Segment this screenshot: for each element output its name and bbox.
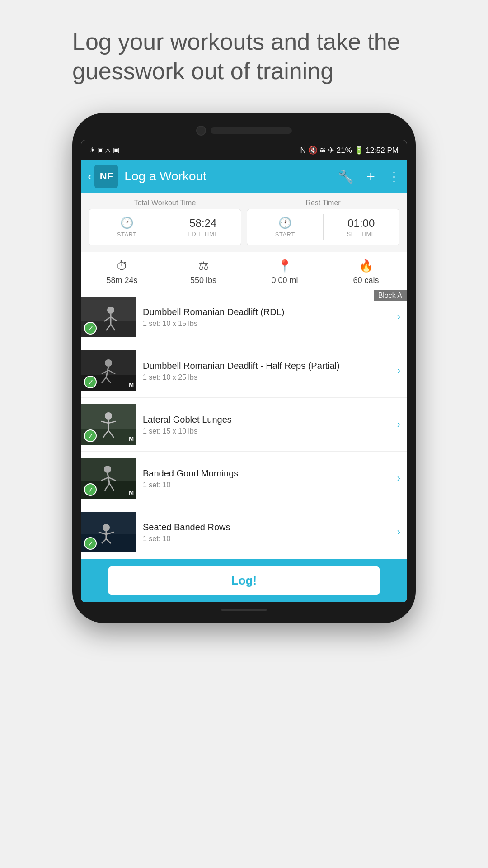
- exercise-name-0: Dumbbell Romanian Deadlift (RDL): [143, 306, 393, 318]
- stat-time: ⏱ 58m 24s: [81, 259, 163, 285]
- exercise-check-3: ✓: [84, 483, 97, 496]
- exercise-sets-3: 1 set: 10: [143, 481, 393, 489]
- rest-timer: Rest Timer 🕐 START 01:00 SET TIME: [247, 199, 399, 245]
- exercise-thumb-4: ✓: [81, 512, 136, 552]
- exercise-thumb-1: ✓ M: [81, 350, 136, 391]
- exercise-item[interactable]: ✓ Dumbbell Romanian Deadlift (RDL) 1 set…: [81, 290, 407, 344]
- exercise-arrow-3[interactable]: ›: [397, 472, 400, 484]
- exercise-check-2: ✓: [84, 429, 97, 442]
- stat-distance-value: 0.00 mi: [271, 276, 298, 285]
- svg-point-18: [105, 412, 112, 420]
- exercise-item[interactable]: ✓ M Lateral Goblet Lunges 1 set: 15 x 10…: [81, 398, 407, 452]
- stopwatch-icon: ⏱: [116, 259, 128, 273]
- rest-start[interactable]: 🕐 START: [247, 214, 323, 241]
- back-button[interactable]: ‹: [88, 169, 92, 184]
- stat-cals-value: 60 cals: [353, 276, 379, 285]
- add-icon[interactable]: +: [366, 168, 375, 185]
- total-edit-label: EDIT TIME: [188, 231, 218, 237]
- location-icon: 📍: [277, 259, 292, 273]
- rest-set-label: SET TIME: [347, 231, 375, 237]
- weight-icon: ⚖: [198, 259, 209, 273]
- stats-bar: ⏱ 58m 24s ⚖ 550 lbs 📍 0.00 mi 🔥 60 cals: [81, 252, 407, 290]
- exercise-thumb-label-3: M: [129, 489, 134, 496]
- timer-section: Total Workout Time 🕐 START 58:24 EDIT TI…: [81, 193, 407, 252]
- svg-point-2: [107, 307, 114, 314]
- exercise-name-3: Banded Good Mornings: [143, 467, 393, 479]
- exercise-check-4: ✓: [84, 537, 97, 550]
- phone-shell: ☀ ▣ △ ▣ N 🔇 ≋ ✈ 21% 🔋 12:52 PM ‹ NF Log …: [72, 113, 416, 623]
- fire-icon: 🔥: [359, 259, 373, 273]
- phone-bottom: [81, 609, 407, 611]
- app-logo: NF: [94, 165, 118, 188]
- status-left-icons: ☀ ▣ △ ▣: [89, 146, 119, 154]
- exercise-check-0: ✓: [84, 322, 97, 335]
- tagline: Log your workouts and take the guesswork…: [72, 27, 416, 86]
- stat-cals: 🔥 60 cals: [325, 259, 407, 285]
- exercise-thumb-label-2: M: [129, 435, 134, 442]
- exercise-thumb-0: ✓: [81, 297, 136, 337]
- stat-distance: 📍 0.00 mi: [244, 259, 325, 285]
- app-title: Log a Workout: [124, 169, 338, 184]
- exercise-item[interactable]: ✓ Seated Banded Rows 1 set: 10 ›: [81, 505, 407, 559]
- rest-timer-label: Rest Timer: [247, 199, 399, 207]
- app-bar: ‹ NF Log a Workout 🔧 + ⋮: [81, 160, 407, 193]
- svg-point-26: [104, 466, 111, 473]
- home-bar: [221, 609, 267, 611]
- exercise-name-4: Seated Banded Rows: [143, 521, 393, 533]
- total-time[interactable]: 58:24 EDIT TIME: [165, 214, 241, 240]
- status-right: N 🔇 ≋ ✈ 21% 🔋 12:52 PM: [300, 146, 399, 155]
- exercise-name-1: Dumbbell Romanian Deadlift - Half Reps (…: [143, 360, 393, 372]
- clock-icon: 🕐: [120, 217, 134, 229]
- phone-screen: ☀ ▣ △ ▣ N 🔇 ≋ ✈ 21% 🔋 12:52 PM ‹ NF Log …: [81, 140, 407, 602]
- exercise-info-2: Lateral Goblet Lunges 1 set: 15 x 10 lbs: [143, 414, 393, 435]
- phone-top: [81, 126, 407, 136]
- total-time-value: 58:24: [189, 217, 216, 230]
- rest-timer-box: 🕐 START 01:00 SET TIME: [247, 209, 399, 245]
- phone-speaker: [211, 127, 292, 134]
- total-workout-timer: Total Workout Time 🕐 START 58:24 EDIT TI…: [89, 199, 241, 245]
- exercise-arrow-4[interactable]: ›: [397, 526, 400, 538]
- wrench-icon[interactable]: 🔧: [338, 169, 354, 184]
- app-bar-icons: 🔧 + ⋮: [338, 168, 400, 185]
- total-start[interactable]: 🕐 START: [89, 214, 165, 241]
- more-icon[interactable]: ⋮: [388, 169, 400, 184]
- exercise-item[interactable]: ✓ M Dumbbell Romanian Deadlift - Half Re…: [81, 344, 407, 398]
- exercise-arrow-1[interactable]: ›: [397, 365, 400, 377]
- rest-start-label: START: [275, 231, 295, 238]
- exercise-list: Block A ✓: [81, 290, 407, 559]
- exercise-arrow-0[interactable]: ›: [397, 311, 400, 323]
- rest-clock-icon: 🕐: [278, 217, 292, 229]
- exercise-info-1: Dumbbell Romanian Deadlift - Half Reps (…: [143, 360, 393, 382]
- stat-weight: ⚖ 550 lbs: [163, 259, 244, 285]
- exercise-sets-2: 1 set: 15 x 10 lbs: [143, 427, 393, 435]
- exercise-thumb-2: ✓ M: [81, 404, 136, 445]
- exercise-arrow-2[interactable]: ›: [397, 419, 400, 430]
- bottom-bar: Log!: [81, 559, 407, 602]
- stat-weight-value: 550 lbs: [190, 276, 216, 285]
- exercise-info-3: Banded Good Mornings 1 set: 10: [143, 467, 393, 489]
- exercise-sets-0: 1 set: 10 x 15 lbs: [143, 320, 393, 328]
- svg-point-10: [105, 359, 112, 367]
- exercise-check-1: ✓: [84, 376, 97, 388]
- stat-time-value: 58m 24s: [106, 276, 137, 285]
- svg-point-34: [103, 524, 110, 531]
- exercise-info-0: Dumbbell Romanian Deadlift (RDL) 1 set: …: [143, 306, 393, 328]
- log-button[interactable]: Log!: [108, 566, 380, 595]
- status-icons: ☀ ▣ △ ▣: [89, 146, 119, 154]
- status-bar: ☀ ▣ △ ▣ N 🔇 ≋ ✈ 21% 🔋 12:52 PM: [81, 140, 407, 160]
- total-workout-label: Total Workout Time: [89, 199, 241, 207]
- rest-time[interactable]: 01:00 SET TIME: [323, 214, 399, 240]
- exercise-name-2: Lateral Goblet Lunges: [143, 414, 393, 425]
- total-workout-box: 🕐 START 58:24 EDIT TIME: [89, 209, 241, 245]
- total-start-label: START: [117, 231, 137, 238]
- exercise-sets-4: 1 set: 10: [143, 535, 393, 543]
- block-label: Block A: [374, 290, 407, 301]
- rest-time-value: 01:00: [347, 217, 375, 230]
- exercise-info-4: Seated Banded Rows 1 set: 10: [143, 521, 393, 543]
- exercise-sets-1: 1 set: 10 x 25 lbs: [143, 373, 393, 382]
- exercise-thumb-3: ✓ M: [81, 458, 136, 499]
- exercise-item[interactable]: ✓ M Banded Good Mornings 1 set: 10 ›: [81, 452, 407, 505]
- phone-camera: [196, 126, 206, 136]
- exercise-thumb-label-1: M: [129, 382, 134, 388]
